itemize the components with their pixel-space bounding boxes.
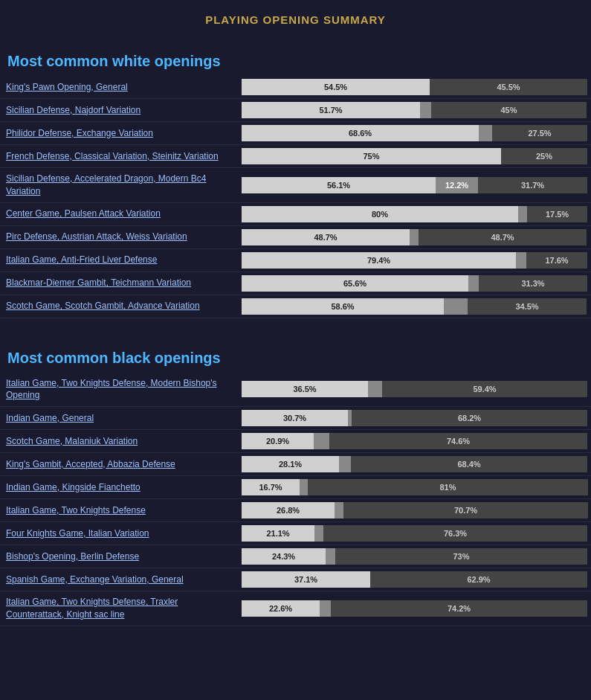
opening-name[interactable]: Italian Game, Two Knights Defense, Traxl… xyxy=(0,594,242,623)
loss-bar: 31.7% xyxy=(478,177,587,193)
loss-bar: 31.3% xyxy=(479,275,587,292)
table-row: French Defense, Classical Variation, Ste… xyxy=(0,145,591,168)
table-row: Italian Game, Two Knights Defense26.8%70… xyxy=(0,499,591,522)
draw-bar xyxy=(479,125,492,141)
opening-name[interactable]: Italian Game, Two Knights Defense, Moder… xyxy=(0,376,242,404)
loss-bar: 76.3% xyxy=(323,525,587,542)
opening-name[interactable]: Blackmar-Diemer Gambit, Teichmann Variat… xyxy=(0,275,242,291)
table-row: Sicilian Defense, Accelerated Dragon, Mo… xyxy=(0,168,591,203)
win-bar: 30.7% xyxy=(242,410,348,426)
loss-bar: 34.5% xyxy=(468,298,587,315)
bar-container: 75%25% xyxy=(242,148,591,164)
win-bar: 56.1% xyxy=(242,177,436,193)
table-row: Italian Game, Two Knights Defense, Traxl… xyxy=(0,591,591,626)
bar-container: 24.3%73% xyxy=(242,548,591,565)
black-section-title: Most common black openings xyxy=(0,342,591,373)
win-bar: 20.9% xyxy=(242,433,314,449)
table-row: King's Pawn Opening, General54.5%45.5% xyxy=(0,76,591,99)
opening-name[interactable]: French Defense, Classical Variation, Ste… xyxy=(0,149,242,164)
draw-bar xyxy=(516,252,526,269)
page-container: PLAYING OPENING SUMMARY Most common whit… xyxy=(0,0,591,626)
opening-name[interactable]: Bishop's Opening, Berlin Defense xyxy=(0,549,242,565)
loss-bar: 70.7% xyxy=(343,502,588,518)
table-row: Sicilian Defense, Najdorf Variation51.7%… xyxy=(0,99,591,122)
bar-container: 37.1%62.9% xyxy=(242,571,591,588)
win-bar: 26.8% xyxy=(242,502,335,518)
win-bar: 80% xyxy=(242,206,518,222)
win-bar: 21.1% xyxy=(242,525,314,542)
table-row: Spanish Game, Exchange Variation, Genera… xyxy=(0,568,591,591)
win-bar: 37.1% xyxy=(242,571,370,588)
opening-name[interactable]: King's Gambit, Accepted, Abbazia Defense xyxy=(0,457,242,472)
table-row: Indian Game, Kingside Fianchetto16.7%81% xyxy=(0,476,591,499)
bar-container: 58.6%34.5% xyxy=(242,298,591,315)
table-row: Italian Game, Two Knights Defense, Moder… xyxy=(0,373,591,408)
page-title: PLAYING OPENING SUMMARY xyxy=(0,0,591,33)
opening-name[interactable]: Indian Game, General xyxy=(0,411,242,426)
opening-name[interactable]: Sicilian Defense, Najdorf Variation xyxy=(0,103,242,118)
bar-container: 48.7%48.7% xyxy=(242,229,591,245)
win-bar: 51.7% xyxy=(242,102,420,118)
table-row: Bishop's Opening, Berlin Defense24.3%73% xyxy=(0,545,591,568)
win-bar: 36.5% xyxy=(242,381,368,397)
loss-bar: 45% xyxy=(431,102,587,118)
table-row: Center Game, Paulsen Attack Variation80%… xyxy=(0,203,591,226)
loss-bar: 68.4% xyxy=(351,456,587,472)
table-row: Blackmar-Diemer Gambit, Teichmann Variat… xyxy=(0,272,591,295)
table-row: Indian Game, General30.7%68.2% xyxy=(0,407,591,430)
loss-bar: 27.5% xyxy=(492,125,587,141)
opening-name[interactable]: Four Knights Game, Italian Variation xyxy=(0,526,242,542)
draw-bar xyxy=(326,548,335,565)
draw-bar xyxy=(300,479,308,495)
loss-bar: 62.9% xyxy=(370,571,587,588)
table-row: Four Knights Game, Italian Variation21.1… xyxy=(0,522,591,545)
opening-name[interactable]: Indian Game, Kingside Fianchetto xyxy=(0,480,242,495)
win-bar: 16.7% xyxy=(242,479,300,495)
black-openings-list: Italian Game, Two Knights Defense, Moder… xyxy=(0,373,591,626)
bar-container: 65.6%31.3% xyxy=(242,275,591,292)
win-bar: 79.4% xyxy=(242,252,516,269)
opening-name[interactable]: Scotch Game, Scotch Gambit, Advance Vari… xyxy=(0,298,242,314)
bar-container: 22.6%74.2% xyxy=(242,600,591,617)
draw-bar xyxy=(339,456,351,472)
draw-bar xyxy=(468,275,479,292)
opening-name[interactable]: Scotch Game, Malaniuk Variation xyxy=(0,434,242,449)
draw-bar xyxy=(518,206,527,222)
draw-bar xyxy=(444,298,468,315)
bar-container: 54.5%45.5% xyxy=(242,79,591,95)
draw-bar: 12.2% xyxy=(436,177,478,193)
bar-container: 80%17.5% xyxy=(242,206,591,222)
opening-name[interactable]: Philidor Defense, Exchange Variation xyxy=(0,126,242,141)
opening-name[interactable]: Spanish Game, Exchange Variation, Genera… xyxy=(0,572,242,588)
win-bar: 48.7% xyxy=(242,229,410,245)
draw-bar xyxy=(320,600,331,617)
loss-bar: 59.4% xyxy=(382,381,587,397)
bar-container: 26.8%70.7% xyxy=(242,502,591,518)
draw-bar xyxy=(368,381,382,397)
loss-bar: 45.5% xyxy=(430,79,587,95)
opening-name[interactable]: Sicilian Defense, Accelerated Dragon, Mo… xyxy=(0,171,242,199)
table-row: Scotch Game, Scotch Gambit, Advance Vari… xyxy=(0,295,591,318)
opening-name[interactable]: King's Pawn Opening, General xyxy=(0,80,242,95)
opening-name[interactable]: Pirc Defense, Austrian Attack, Weiss Var… xyxy=(0,229,242,245)
win-bar: 54.5% xyxy=(242,79,430,95)
loss-bar: 17.6% xyxy=(526,252,587,269)
win-bar: 22.6% xyxy=(242,600,320,617)
table-row: Scotch Game, Malaniuk Variation20.9%74.6… xyxy=(0,430,591,453)
loss-bar: 68.2% xyxy=(352,410,587,426)
bar-container: 16.7%81% xyxy=(242,479,591,495)
draw-bar xyxy=(420,102,431,118)
white-section-title: Most common white openings xyxy=(0,45,591,76)
bar-container: 36.5%59.4% xyxy=(242,381,591,397)
win-bar: 24.3% xyxy=(242,548,326,565)
bar-container: 30.7%68.2% xyxy=(242,410,591,426)
opening-name[interactable]: Center Game, Paulsen Attack Variation xyxy=(0,206,242,222)
opening-name[interactable]: Italian Game, Anti-Fried Liver Defense xyxy=(0,252,242,268)
bar-container: 21.1%76.3% xyxy=(242,525,591,542)
table-row: Philidor Defense, Exchange Variation68.6… xyxy=(0,122,591,145)
opening-name[interactable]: Italian Game, Two Knights Defense xyxy=(0,503,242,518)
loss-bar: 48.7% xyxy=(419,229,587,245)
table-row: Italian Game, Anti-Fried Liver Defense79… xyxy=(0,249,591,272)
loss-bar: 81% xyxy=(308,479,588,495)
draw-bar xyxy=(335,502,343,518)
